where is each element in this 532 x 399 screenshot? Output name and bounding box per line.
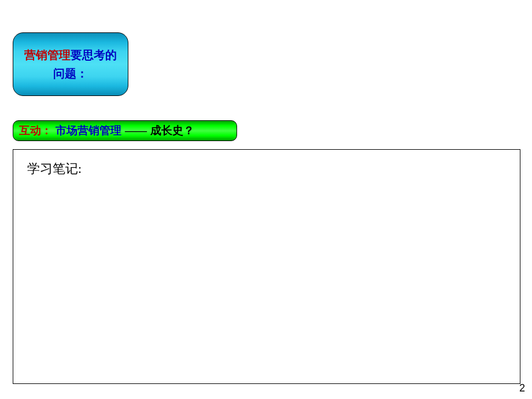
interaction-label: 互动： bbox=[19, 124, 52, 136]
interaction-text: 互动：市场营销管理——成长史？ bbox=[19, 123, 194, 138]
notes-box: 学习笔记: bbox=[13, 149, 520, 384]
title-box-text: 营销管理要思考的问题： bbox=[19, 46, 122, 83]
title-red-part: 营销管理 bbox=[24, 49, 71, 61]
interaction-bar: 互动：市场营销管理——成长史？ bbox=[13, 120, 237, 141]
notes-label: 学习笔记: bbox=[27, 160, 506, 178]
title-box: 营销管理要思考的问题： bbox=[13, 32, 128, 96]
interaction-dash: —— bbox=[125, 124, 147, 136]
page-number: 2 bbox=[519, 382, 525, 394]
interaction-topic-blue: 市场营销管理 bbox=[56, 124, 121, 136]
interaction-topic-black: 成长史？ bbox=[150, 124, 194, 136]
